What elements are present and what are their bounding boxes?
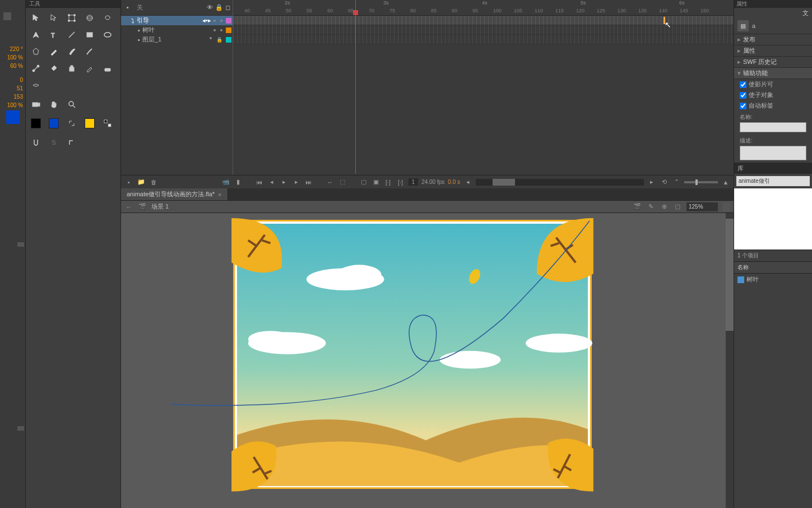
new-folder-button[interactable]: 📁: [137, 178, 146, 187]
eraser-tool[interactable]: [101, 62, 114, 75]
name-field[interactable]: [740, 122, 806, 132]
document-tab[interactable]: animate做引导线动画的方法.fla* ×: [121, 188, 228, 200]
swap-colors[interactable]: [65, 117, 78, 130]
checkbox-movie-accessible[interactable]: 使影片可: [734, 79, 812, 90]
accordion-accessibility[interactable]: ▾辅助功能: [734, 68, 812, 79]
paint-brush-tool[interactable]: [83, 45, 96, 58]
color-preview[interactable]: [6, 110, 20, 124]
hue-value[interactable]: 220 °: [0, 45, 25, 53]
center-frame-button[interactable]: ▢: [359, 178, 368, 187]
sat-value[interactable]: 100 %: [0, 53, 25, 62]
layer-row-leaf[interactable]: ▪ 树叶: [121, 25, 233, 35]
outline-icon[interactable]: ◻: [225, 4, 230, 11]
modify-markers-button[interactable]: [·]: [396, 178, 405, 187]
center-stage-button[interactable]: ⊕: [660, 202, 669, 211]
edit-multi-button[interactable]: ▣: [372, 178, 381, 187]
pencil-tool[interactable]: [47, 45, 61, 58]
visibility-icon[interactable]: 👁: [207, 4, 213, 11]
stroke-color[interactable]: [29, 117, 43, 130]
close-tab-button[interactable]: ×: [218, 191, 221, 198]
zoom-slider[interactable]: [684, 181, 718, 183]
prev-frame-button[interactable]: ◂: [267, 178, 276, 187]
new-layer-button[interactable]: ▪: [124, 178, 133, 187]
current-frame[interactable]: 1: [409, 178, 419, 186]
eyedropper-tool[interactable]: [83, 62, 96, 75]
zoom-tool[interactable]: [65, 98, 78, 111]
checkbox-children-accessible[interactable]: 使子对象: [734, 90, 812, 100]
bone-tool[interactable]: [29, 62, 43, 75]
layer-row-guide[interactable]: ⤵ 引导 ◂▪▸: [121, 16, 233, 25]
checkbox-auto-label[interactable]: 自动标签: [734, 100, 812, 111]
frame-row[interactable]: [233, 16, 734, 25]
accordion-publish[interactable]: ▸发布: [734, 34, 812, 45]
zoom-input[interactable]: 125%: [686, 202, 718, 211]
lasso-tool[interactable]: [101, 11, 114, 25]
delete-layer-button[interactable]: 🗑: [149, 178, 158, 187]
panel-menu-icon[interactable]: [17, 242, 24, 247]
edit-symbol-button[interactable]: ✎: [646, 202, 655, 211]
frame-grid[interactable]: [233, 16, 734, 44]
brush-tool[interactable]: [65, 45, 78, 58]
edit-scene-button[interactable]: 🎬: [633, 202, 642, 211]
snap-tool[interactable]: [29, 136, 43, 149]
onion-outlines-button[interactable]: [·]: [384, 178, 393, 187]
zoom-timeline-icon[interactable]: ▲: [721, 178, 730, 187]
frame-row[interactable]: [233, 35, 734, 44]
time-ruler[interactable]: 2s 3s 4s 5s 6s 40 45 50 55 60 65 70 75 8…: [233, 0, 734, 16]
frame-row[interactable]: [233, 25, 734, 35]
library-file-dropdown[interactable]: animate做引: [736, 176, 810, 186]
r-value[interactable]: 0: [0, 76, 25, 84]
play-button[interactable]: ▸: [280, 178, 289, 187]
oval-tool[interactable]: [101, 28, 114, 41]
library-tab[interactable]: 库: [734, 163, 812, 174]
text-tool[interactable]: T: [47, 28, 61, 41]
canvas-area[interactable]: [121, 213, 734, 508]
ink-bottle-tool[interactable]: [65, 62, 78, 75]
timeline-scrollbar[interactable]: [476, 179, 644, 186]
g-value[interactable]: 51: [0, 84, 25, 93]
straighten-option-icon[interactable]: [65, 136, 78, 149]
bright-value[interactable]: 60 %: [0, 62, 25, 70]
scroll-left-button[interactable]: ◂: [463, 178, 472, 187]
default-colors[interactable]: [83, 117, 96, 130]
camera-tool[interactable]: [29, 98, 43, 111]
accordion-properties[interactable]: ▸属性: [734, 45, 812, 57]
zoom-dropdown[interactable]: [722, 202, 730, 211]
pen-tool[interactable]: [29, 28, 43, 41]
no-color-icon[interactable]: [101, 117, 114, 130]
clip-content-button[interactable]: ▢: [673, 202, 682, 211]
layer-keyframe-icon[interactable]: ▪: [127, 4, 134, 12]
layer-arrows-icon[interactable]: ◂▪▸: [202, 17, 211, 24]
desc-field[interactable]: [740, 146, 806, 160]
panel-menu-icon-2[interactable]: [17, 426, 24, 431]
scroll-right-button[interactable]: ▸: [647, 178, 656, 187]
free-transform-tool[interactable]: [65, 11, 78, 25]
loop-playback-icon[interactable]: ⟲: [660, 178, 669, 187]
first-frame-button[interactable]: ⏮: [255, 178, 264, 187]
frames-area[interactable]: 2s 3s 4s 5s 6s 40 45 50 55 60 65 70 75 8…: [233, 0, 734, 188]
last-frame-button[interactable]: ⏭: [304, 178, 313, 187]
subselection-tool[interactable]: [47, 11, 61, 25]
fill-color[interactable]: [47, 117, 61, 130]
stage[interactable]: [233, 220, 592, 489]
canvas-scrollbar-v[interactable]: [726, 213, 734, 508]
camera-button[interactable]: 📹: [221, 178, 230, 187]
line-tool[interactable]: [65, 28, 78, 41]
playhead[interactable]: [355, 0, 356, 174]
scene-name[interactable]: 场景 1: [151, 202, 169, 211]
accordion-swf-history[interactable]: ▸SWF 历史记: [734, 57, 812, 68]
next-frame-button[interactable]: ▸: [292, 178, 301, 187]
b-value[interactable]: 153: [0, 93, 25, 101]
hand-tool[interactable]: [47, 98, 61, 111]
layer-row-bg[interactable]: ▪ 图层_1 🔒: [121, 35, 233, 44]
library-column-name[interactable]: 名称: [734, 262, 812, 274]
zoom-fit-icon[interactable]: ⌃: [672, 178, 681, 187]
marker-button[interactable]: ▮: [234, 178, 243, 187]
alpha-value[interactable]: 100 %: [0, 101, 25, 109]
library-item[interactable]: 树叶: [734, 274, 812, 285]
onion-skin-button[interactable]: ⬚: [338, 178, 347, 187]
3d-rotation-tool[interactable]: [83, 11, 96, 25]
paint-bucket-tool[interactable]: [47, 62, 61, 75]
lock-icon[interactable]: 🔒: [215, 4, 223, 11]
rectangle-tool[interactable]: [83, 28, 96, 41]
